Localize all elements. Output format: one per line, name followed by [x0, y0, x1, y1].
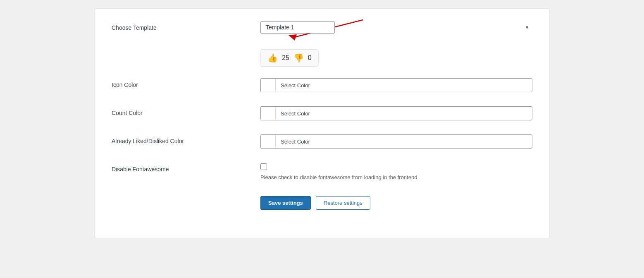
dislike-count: 0: [308, 54, 312, 62]
save-settings-button[interactable]: Save settings: [260, 196, 311, 210]
restore-settings-button[interactable]: Restore settings: [316, 196, 370, 210]
count-color-btn-label: Select Color: [276, 110, 315, 117]
buttons-row: Save settings Restore settings: [112, 192, 532, 210]
count-color-swatch: [261, 107, 276, 120]
already-liked-color-label: Already Liked/Disliked Color: [112, 134, 260, 144]
count-color-control: Select Color: [260, 106, 532, 120]
already-liked-color-picker-button[interactable]: Select Color: [260, 134, 532, 149]
count-color-row: Count Color Select Color: [112, 106, 532, 123]
icon-color-control: Select Color: [260, 78, 532, 92]
buttons-control: Save settings Restore settings: [260, 192, 532, 210]
disable-fontawesome-row: Disable Fontawesome Please check to disa…: [112, 163, 532, 180]
thumbs-down-icon: 👎: [293, 53, 304, 63]
template-select[interactable]: Template 1 Template 2 Template 3: [260, 21, 335, 34]
preview-widget: 👍 25 👎 0: [260, 49, 319, 67]
disable-fontawesome-control: Please check to disable fontawesome from…: [260, 163, 532, 180]
icon-color-label: Icon Color: [112, 78, 260, 88]
disable-fontawesome-description: Please check to disable fontawesome from…: [260, 174, 532, 180]
choose-template-label: Choose Template: [112, 21, 260, 31]
like-count: 25: [282, 54, 289, 62]
icon-color-btn-label: Select Color: [276, 82, 315, 89]
chevron-down-icon: ▾: [526, 24, 528, 30]
choose-template-row: Choose Template Template 1 Template 2 Te…: [112, 21, 532, 38]
action-buttons: Save settings Restore settings: [260, 196, 532, 210]
thumbs-up-icon: 👍: [267, 53, 278, 63]
icon-color-picker-button[interactable]: Select Color: [260, 78, 532, 92]
count-color-picker-button[interactable]: Select Color: [260, 106, 532, 120]
already-liked-color-control: Select Color: [260, 134, 532, 149]
icon-color-row: Icon Color Select Color: [112, 78, 532, 95]
checkbox-wrap: Please check to disable fontawesome from…: [260, 163, 532, 180]
count-color-label: Count Color: [112, 106, 260, 116]
already-liked-color-swatch: [261, 135, 276, 148]
template-select-wrapper: Template 1 Template 2 Template 3 ▾: [260, 21, 532, 34]
already-liked-color-row: Already Liked/Disliked Color Select Colo…: [112, 134, 532, 151]
settings-panel: Choose Template Template 1 Template 2 Te…: [95, 8, 549, 238]
icon-color-swatch: [261, 79, 276, 92]
buttons-spacer: [112, 192, 260, 195]
disable-fontawesome-label: Disable Fontawesome: [112, 163, 260, 173]
choose-template-control: Template 1 Template 2 Template 3 ▾: [260, 21, 532, 34]
already-liked-color-btn-label: Select Color: [276, 139, 315, 145]
disable-fontawesome-checkbox[interactable]: [260, 163, 267, 170]
preview-row: 👍 25 👎 0: [112, 49, 532, 67]
